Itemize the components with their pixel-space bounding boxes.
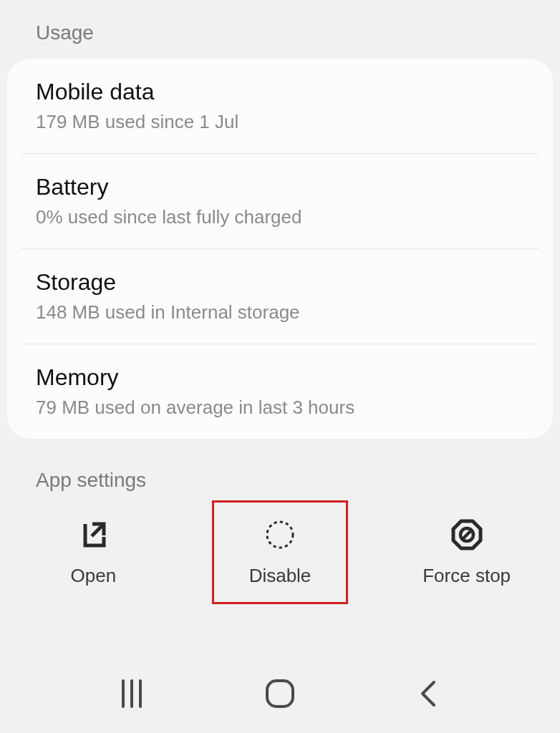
action-bar: Open Disable Force stop	[0, 486, 560, 626]
open-label: Open	[71, 565, 117, 587]
disable-icon	[263, 518, 297, 552]
back-button[interactable]	[407, 676, 450, 712]
storage-subtitle: 148 MB used in Internal storage	[36, 301, 524, 324]
svg-line-2	[462, 530, 471, 540]
open-icon	[76, 518, 110, 552]
force-stop-icon	[450, 518, 484, 552]
home-button[interactable]	[259, 676, 301, 712]
storage-item[interactable]: Storage 148 MB used in Internal storage	[7, 249, 553, 344]
battery-subtitle: 0% used since last fully charged	[36, 206, 524, 228]
force-stop-label: Force stop	[423, 565, 511, 587]
memory-subtitle: 79 MB used on average in last 3 hours	[36, 397, 524, 419]
usage-section-header: Usage	[0, 0, 560, 59]
storage-title: Storage	[36, 269, 524, 296]
disable-label: Disable	[249, 565, 312, 587]
usage-card: Mobile data 179 MB used since 1 Jul Batt…	[7, 59, 553, 439]
recents-button[interactable]	[110, 676, 153, 712]
memory-item[interactable]: Memory 79 MB used on average in last 3 h…	[7, 344, 553, 439]
back-icon	[418, 678, 438, 709]
open-button[interactable]: Open	[25, 500, 161, 604]
memory-title: Memory	[36, 364, 524, 391]
battery-title: Battery	[36, 174, 524, 200]
battery-item[interactable]: Battery 0% used since last fully charged	[7, 154, 553, 248]
navigation-bar	[0, 661, 560, 726]
mobile-data-item[interactable]: Mobile data 179 MB used since 1 Jul	[7, 59, 553, 153]
home-icon	[264, 678, 296, 709]
mobile-data-title: Mobile data	[36, 79, 524, 105]
mobile-data-subtitle: 179 MB used since 1 Jul	[36, 111, 524, 133]
recents-icon	[119, 679, 145, 708]
svg-point-0	[267, 522, 293, 548]
force-stop-button[interactable]: Force stop	[399, 500, 535, 604]
svg-rect-6	[267, 681, 293, 707]
disable-button[interactable]: Disable	[212, 500, 348, 604]
app-settings-header: App settings	[0, 439, 560, 492]
